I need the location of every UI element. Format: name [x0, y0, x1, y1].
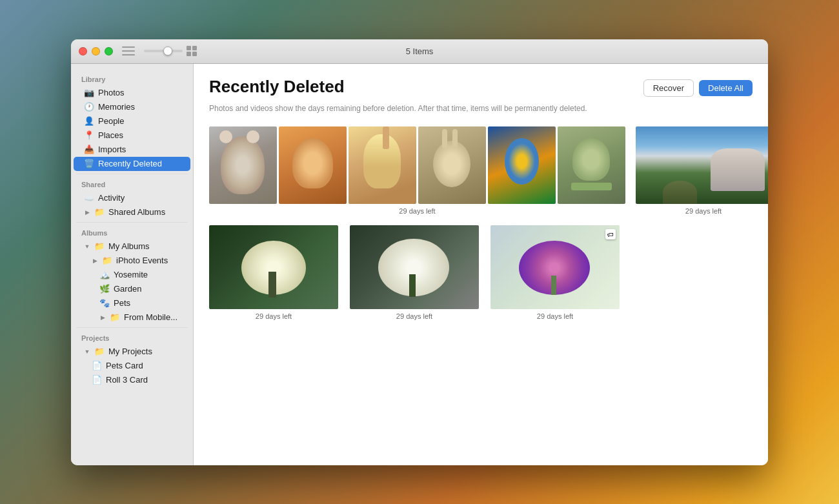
window-body: Library 📷 Photos 🕐 Memories 👤 People 📍 P… — [71, 64, 768, 465]
sidebar-item-people[interactable]: 👤 People — [74, 114, 190, 128]
photo-group-animals: 29 days left — [209, 126, 625, 223]
sidebar-item-label: Garden — [114, 284, 141, 294]
slider-thumb — [163, 46, 172, 55]
traffic-lights — [79, 47, 113, 55]
sidebar-item-label: Shared Albums — [108, 207, 165, 217]
titlebar-controls — [122, 46, 197, 56]
grid-view-icon[interactable] — [187, 46, 197, 56]
section-divider-3 — [76, 327, 188, 328]
sidebar-toggle-button[interactable] — [122, 46, 135, 55]
sidebar-item-label: My Projects — [108, 347, 152, 356]
photo-item-parrot[interactable] — [488, 126, 556, 204]
photo-item-flower3[interactable]: 🏷 — [490, 225, 620, 309]
photo-group-flower3: 🏷 29 days left — [490, 225, 620, 328]
days-left-flower1: 29 days left — [256, 312, 292, 320]
sidebar-item-my-projects[interactable]: ▼ 📁 My Projects — [74, 345, 190, 359]
photo-item-horse[interactable] — [349, 126, 416, 204]
photo-group-flower1: 29 days left — [209, 225, 338, 328]
main-content: Recently Deleted Recover Delete All Phot… — [194, 64, 768, 465]
days-left-flower2: 29 days left — [396, 312, 432, 320]
disclosure-icon: ▶ — [84, 209, 90, 216]
photo-group-landscape: 29 days left — [636, 126, 768, 223]
memories-icon: 🕐 — [84, 102, 94, 112]
sidebar-item-photos[interactable]: 📷 Photos — [74, 86, 190, 100]
sidebar-item-label: Imports — [98, 145, 126, 154]
recover-button[interactable]: Recover — [643, 79, 694, 97]
delete-all-button[interactable]: Delete All — [699, 80, 753, 96]
places-icon: 📍 — [84, 130, 94, 141]
roll-3-card-icon: 📄 — [92, 375, 102, 385]
photo-group-flower2: 29 days left — [350, 225, 479, 328]
header-buttons: Recover Delete All — [643, 77, 753, 97]
my-projects-icon: 📁 — [94, 347, 105, 357]
photo-item-flower1[interactable] — [209, 225, 338, 309]
sidebar-item-label: Photos — [98, 88, 124, 97]
minimize-button[interactable] — [92, 47, 100, 55]
sidebar-item-places[interactable]: 📍 Places — [74, 128, 190, 143]
people-icon: 👤 — [84, 116, 94, 126]
window-title: 5 Items — [406, 46, 434, 56]
photo-item-yosemite[interactable] — [636, 126, 768, 204]
days-left-row1-group2: 29 days left — [685, 207, 722, 215]
imports-icon: 📥 — [84, 145, 94, 155]
pets-icon: 🐾 — [99, 298, 110, 308]
disclosure-icon: ▼ — [84, 348, 90, 355]
sidebar-item-label: iPhoto Events — [116, 256, 168, 265]
photo-item-rabbit[interactable] — [418, 126, 486, 204]
sidebar-item-activity[interactable]: ☁️ Activity — [74, 191, 190, 205]
sidebar-item-label: Recently Deleted — [98, 159, 162, 168]
titlebar: 5 Items — [71, 39, 768, 64]
photo-item-lizard[interactable] — [558, 126, 625, 204]
photo-item-cat[interactable] — [279, 126, 347, 204]
days-left-flower3: 29 days left — [537, 312, 573, 320]
sidebar-item-label: Roll 3 Card — [106, 375, 148, 385]
sidebar-item-pets[interactable]: 🐾 Pets — [74, 296, 190, 310]
sidebar-item-recently-deleted[interactable]: 🗑️ Recently Deleted — [74, 157, 190, 171]
close-button[interactable] — [79, 47, 87, 55]
projects-section-header: Projects — [71, 330, 193, 345]
shared-albums-icon: 📁 — [94, 207, 105, 217]
sidebar-item-label: Places — [98, 130, 123, 140]
activity-icon: ☁️ — [84, 193, 94, 203]
garden-icon: 🌿 — [99, 284, 110, 294]
content-header: Recently Deleted Recover Delete All — [209, 77, 753, 97]
sidebar-item-memories[interactable]: 🕐 Memories — [74, 100, 190, 114]
iphoto-events-icon: 📁 — [102, 256, 112, 266]
photo-strip — [209, 126, 625, 204]
library-section-header: Library — [71, 72, 193, 86]
sidebar-item-label: Memories — [98, 102, 135, 112]
content-subtitle: Photos and videos show the days remainin… — [209, 103, 753, 114]
sidebar-item-shared-albums[interactable]: ▶ 📁 Shared Albums — [74, 205, 190, 219]
photos-icon: 📷 — [84, 88, 94, 98]
photo-item-flower2[interactable] — [350, 225, 479, 309]
page-title: Recently Deleted — [209, 77, 345, 97]
sidebar-item-my-albums[interactable]: ▼ 📁 My Albums — [74, 239, 190, 254]
days-left-row1-group1: 29 days left — [399, 207, 435, 215]
sidebar-item-label: My Albums — [108, 241, 150, 251]
recently-deleted-icon: 🗑️ — [84, 159, 94, 169]
maximize-button[interactable] — [105, 47, 113, 55]
sidebar-item-iphoto-events[interactable]: ▶ 📁 iPhoto Events — [74, 254, 190, 268]
bottom-row: 29 days left 29 days left — [209, 225, 753, 328]
sidebar-item-imports[interactable]: 📥 Imports — [74, 143, 190, 157]
albums-section-header: Albums — [71, 225, 193, 239]
app-window: 5 Items Library 📷 Photos 🕐 Memories 👤 Pe… — [71, 39, 768, 465]
disclosure-icon: ▶ — [92, 257, 98, 264]
yosemite-icon: 🏔️ — [99, 270, 110, 280]
sidebar-item-garden[interactable]: 🌿 Garden — [74, 282, 190, 296]
sidebar-item-roll-3-card[interactable]: 📄 Roll 3 Card — [74, 373, 190, 387]
my-albums-icon: 📁 — [94, 241, 105, 252]
pets-card-icon: 📄 — [92, 361, 102, 371]
tag-icon: 🏷 — [605, 229, 616, 239]
photo-item-dog[interactable] — [209, 126, 277, 204]
sidebar-item-pets-card[interactable]: 📄 Pets Card — [74, 359, 190, 373]
zoom-slider[interactable] — [144, 50, 183, 52]
from-mobile-icon: 📁 — [110, 312, 120, 323]
sidebar-item-from-mobile[interactable]: ▶ 📁 From Mobile... — [74, 310, 190, 325]
zoom-slider-container — [144, 50, 183, 52]
sidebar-item-label: Pets — [114, 298, 130, 308]
section-divider — [76, 174, 188, 174]
shared-section-header: Shared — [71, 177, 193, 191]
sidebar-item-label: From Mobile... — [124, 312, 177, 322]
sidebar-item-yosemite[interactable]: 🏔️ Yosemite — [74, 268, 190, 282]
